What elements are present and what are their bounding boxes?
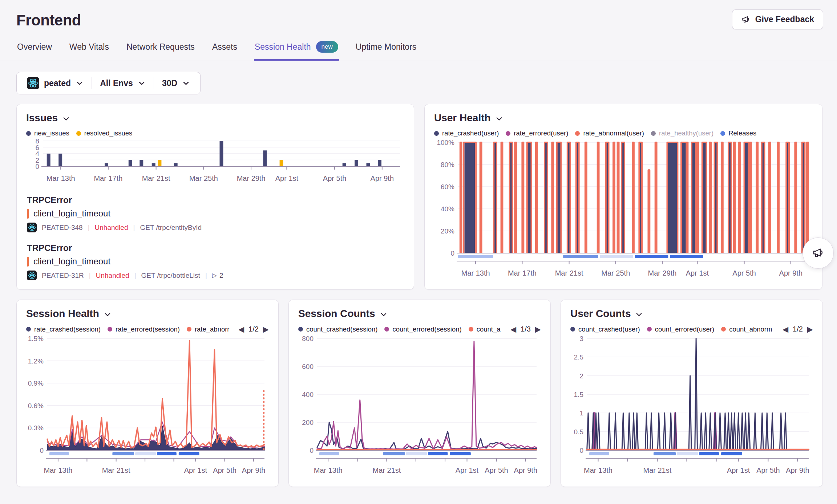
- legend-item[interactable]: count_crashed(session): [298, 325, 377, 333]
- legend-label: rate_crashed(session): [34, 325, 101, 333]
- date-range-selector[interactable]: 30D: [154, 78, 198, 88]
- svg-text:Apr 1st: Apr 1st: [727, 466, 750, 474]
- svg-text:1.5: 1.5: [574, 391, 583, 398]
- legend-pager: ◀ 1/2 ▶: [779, 325, 813, 333]
- legend-dot: [720, 131, 725, 136]
- user-health-panel: User Health rate_crashed(user)rate_error…: [424, 104, 822, 290]
- legend-label: count_crashed(user): [578, 325, 640, 333]
- legend-item[interactable]: rate_abnorr: [187, 325, 230, 333]
- issue-row[interactable]: TRPCError client_login_timeout PEATED-31…: [26, 238, 404, 286]
- issue-transaction: GET /trpc/entityById: [140, 224, 202, 232]
- legend-item[interactable]: resolved_issues: [76, 129, 133, 137]
- give-feedback-button[interactable]: Give Feedback: [732, 9, 823, 29]
- legend-item[interactable]: Releases: [720, 129, 756, 137]
- svg-text:Apr 9th: Apr 9th: [786, 466, 809, 474]
- session-health-panel-title[interactable]: Session Health: [26, 308, 112, 320]
- session-counts-chart: 0200400600800Mar 13thMar 21stApr 1stApr …: [298, 335, 541, 481]
- legend-label: count_crashed(session): [306, 325, 377, 333]
- megaphone-icon: [812, 247, 825, 260]
- legend-dot: [721, 327, 726, 332]
- svg-text:1.5%: 1.5%: [28, 335, 44, 342]
- user-counts-panel-title[interactable]: User Counts: [570, 308, 643, 320]
- user-counts-legend: count_crashed(user)count_errored(user)co…: [570, 325, 779, 333]
- legend-item[interactable]: rate_crashed(user): [434, 129, 499, 137]
- svg-text:Apr 9th: Apr 9th: [514, 466, 537, 474]
- legend-dot: [575, 131, 580, 136]
- chevron-down-icon: [138, 79, 146, 87]
- legend-item[interactable]: rate_crashed(session): [26, 325, 101, 333]
- svg-text:Apr 5th: Apr 5th: [485, 466, 508, 474]
- unhandled-tag: Unhandled: [96, 272, 129, 280]
- svg-text:Mar 21st: Mar 21st: [643, 466, 671, 474]
- user-health-legend: rate_crashed(user)rate_errored(user)rate…: [434, 129, 813, 137]
- tab-overview[interactable]: Overview: [16, 38, 53, 61]
- pager-count: 1/2: [248, 325, 259, 333]
- session-counts-legend: count_crashed(session)count_errored(sess…: [298, 325, 507, 333]
- legend-label: rate_abnorr: [195, 325, 230, 333]
- filter-bar: peated All Envs 30D: [16, 72, 201, 94]
- legend-label: new_issues: [34, 129, 69, 137]
- svg-text:Apr 1st: Apr 1st: [686, 269, 709, 277]
- environment-selector[interactable]: All Envs: [92, 78, 154, 88]
- tab-session-health[interactable]: Session Health new: [254, 38, 339, 61]
- tab-uptime-monitors[interactable]: Uptime Monitors: [355, 38, 417, 61]
- svg-text:0: 0: [579, 447, 583, 454]
- legend-label: rate_errored(session): [116, 325, 180, 333]
- legend-dot: [506, 131, 510, 136]
- issue-short-id: PEATED-348: [42, 224, 83, 232]
- svg-text:60%: 60%: [441, 183, 454, 191]
- svg-text:8: 8: [35, 137, 39, 145]
- legend-dot: [434, 131, 439, 136]
- legend-item[interactable]: new_issues: [26, 129, 69, 137]
- svg-text:Mar 13th: Mar 13th: [314, 466, 343, 474]
- svg-text:0.3%: 0.3%: [28, 424, 44, 432]
- project-selector[interactable]: peated: [19, 77, 92, 89]
- legend-label: rate_healthy(user): [659, 129, 713, 137]
- legend-dot: [651, 131, 656, 136]
- pager-next-icon[interactable]: ▶: [263, 325, 269, 333]
- play-icon: ▷: [212, 272, 217, 279]
- issues-panel-title[interactable]: Issues: [26, 112, 70, 124]
- legend-item[interactable]: rate_abnormal(user): [575, 129, 644, 137]
- svg-text:Apr 9th: Apr 9th: [242, 466, 265, 474]
- svg-text:Apr 5th: Apr 5th: [756, 466, 780, 474]
- legend-item[interactable]: count_errored(session): [384, 325, 461, 333]
- chevron-down-icon: [182, 79, 190, 87]
- legend-dot: [469, 327, 473, 332]
- pager-prev-icon[interactable]: ◀: [783, 325, 788, 333]
- session-health-legend: rate_crashed(session)rate_errored(sessio…: [26, 325, 235, 333]
- svg-text:Apr 1st: Apr 1st: [184, 466, 207, 474]
- issue-transaction: GET /trpc/bottleList: [141, 272, 200, 280]
- legend-item[interactable]: count_errored(user): [647, 325, 715, 333]
- legend-item[interactable]: rate_errored(session): [108, 325, 180, 333]
- pager-prev-icon[interactable]: ◀: [238, 325, 244, 333]
- pager-next-icon[interactable]: ▶: [807, 325, 813, 333]
- legend-label: count_a: [477, 325, 501, 333]
- svg-text:Apr 9th: Apr 9th: [779, 269, 802, 277]
- issue-row[interactable]: TRPCError client_login_timeout PEATED-34…: [26, 190, 404, 238]
- new-badge: new: [316, 41, 338, 53]
- topbar: Frontend Give Feedback: [0, 0, 837, 29]
- session-counts-panel-title[interactable]: Session Counts: [298, 308, 388, 320]
- legend-item[interactable]: count_a: [469, 325, 501, 333]
- legend-item[interactable]: rate_errored(user): [506, 129, 568, 137]
- legend-dot: [26, 131, 31, 136]
- svg-text:Apr 5th: Apr 5th: [323, 174, 346, 182]
- legend-label: count_abnorm: [729, 325, 772, 333]
- svg-text:Apr 9th: Apr 9th: [371, 174, 394, 182]
- pager-prev-icon[interactable]: ◀: [510, 325, 516, 333]
- tab-assets[interactable]: Assets: [211, 38, 238, 61]
- svg-text:800: 800: [302, 335, 314, 342]
- floating-feedback-button[interactable]: [802, 237, 834, 269]
- pager-next-icon[interactable]: ▶: [535, 325, 541, 333]
- page-title: Frontend: [16, 12, 81, 29]
- user-health-panel-title[interactable]: User Health: [434, 112, 503, 124]
- legend-label: Releases: [728, 129, 756, 137]
- megaphone-icon: [741, 15, 751, 24]
- legend-item[interactable]: rate_healthy(user): [651, 129, 713, 137]
- tab-network-requests[interactable]: Network Requests: [126, 38, 195, 61]
- svg-text:0.6%: 0.6%: [28, 402, 44, 410]
- tab-web-vitals[interactable]: Web Vitals: [69, 38, 110, 61]
- legend-item[interactable]: count_crashed(user): [570, 325, 640, 333]
- legend-item[interactable]: count_abnorm: [721, 325, 772, 333]
